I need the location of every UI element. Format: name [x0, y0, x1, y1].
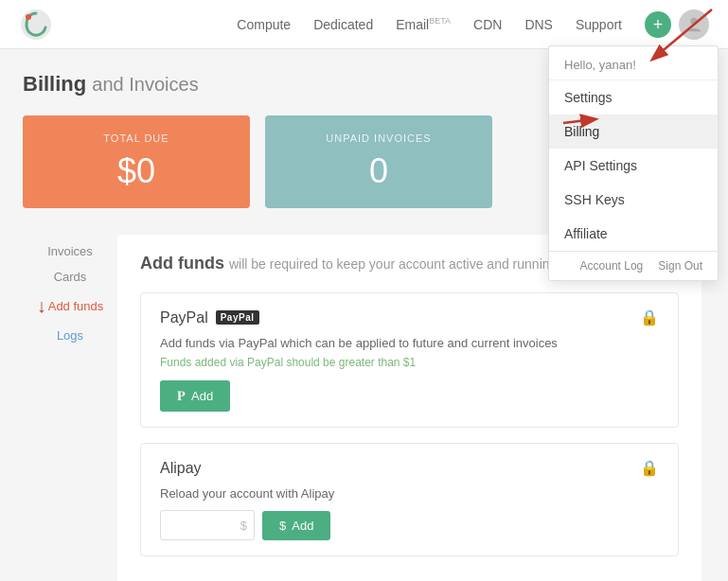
- svg-point-1: [26, 14, 31, 20]
- alipay-payment-block: Alipay 🔒 Reload your account with Alipay…: [140, 443, 679, 556]
- paypal-lock-icon: 🔒: [640, 308, 659, 326]
- nav-dns[interactable]: DNS: [524, 17, 553, 32]
- paypal-payment-block: PayPal PayPal 🔒 Add funds via PayPal whi…: [140, 292, 679, 428]
- total-due-card: TOTAL DUE $0: [23, 115, 250, 208]
- paypal-name: PayPal PayPal: [160, 309, 259, 326]
- sidebar: Invoices Cards ↓ Add funds Logs: [23, 235, 117, 581]
- main-panel: Add funds will be required to keep your …: [117, 235, 701, 581]
- paypal-badge: PayPal: [216, 310, 259, 325]
- alipay-desc: Reload your account with Alipay: [160, 486, 659, 501]
- svg-point-2: [690, 17, 697, 24]
- total-due-label: TOTAL DUE: [42, 132, 231, 144]
- main-nav: Compute Dedicated EmailBETA CDN DNS Supp…: [237, 16, 622, 32]
- user-dropdown: Hello, yanan! Settings Billing API Setti…: [548, 45, 719, 281]
- total-due-value: $0: [42, 151, 231, 191]
- logo[interactable]: [19, 8, 53, 42]
- add-button[interactable]: +: [645, 11, 671, 38]
- amount-input-wrapper: $: [160, 510, 255, 540]
- dropdown-greeting: Hello, yanan!: [549, 46, 718, 80]
- alipay-lock-icon: 🔒: [640, 459, 659, 477]
- alipay-header: Alipay 🔒: [160, 459, 659, 477]
- paypal-desc: Add funds via PayPal which can be applie…: [160, 336, 659, 350]
- user-icon: [684, 14, 704, 35]
- alipay-btn-icon: $: [279, 519, 286, 533]
- dropdown-api-settings[interactable]: API Settings: [549, 149, 718, 183]
- nav-email[interactable]: EmailBETA: [396, 16, 451, 32]
- nav-compute[interactable]: Compute: [237, 17, 291, 32]
- nav-support[interactable]: Support: [576, 17, 622, 32]
- dropdown-settings[interactable]: Settings: [549, 80, 718, 114]
- nav-dedicated[interactable]: Dedicated: [313, 17, 373, 32]
- amount-input[interactable]: [160, 510, 255, 540]
- header: Compute Dedicated EmailBETA CDN DNS Supp…: [0, 0, 728, 49]
- logo-icon: [19, 8, 53, 42]
- sign-out-link[interactable]: Sign Out: [658, 259, 702, 273]
- alipay-add-button[interactable]: $ Add: [262, 511, 330, 540]
- sidebar-invoices[interactable]: Invoices: [23, 238, 117, 264]
- nav-cdn[interactable]: CDN: [473, 17, 502, 32]
- unpaid-invoices-label: UNPAID INVOICES: [284, 132, 473, 144]
- account-log-link[interactable]: Account Log: [580, 259, 644, 273]
- header-actions: +: [645, 9, 709, 40]
- dropdown-affiliate[interactable]: Affiliate: [549, 217, 718, 251]
- alipay-name: Alipay: [160, 460, 202, 477]
- paypal-add-button[interactable]: 𝐏 Add: [160, 380, 230, 412]
- dropdown-ssh-keys[interactable]: SSH Keys: [549, 183, 718, 217]
- avatar-button[interactable]: [679, 9, 709, 40]
- dropdown-billing[interactable]: Billing: [549, 114, 718, 149]
- dropdown-footer: Account Log Sign Out: [549, 251, 718, 280]
- sidebar-cards[interactable]: Cards: [23, 264, 117, 290]
- paypal-header: PayPal PayPal 🔒: [160, 308, 659, 326]
- sidebar-logs[interactable]: Logs: [23, 323, 117, 348]
- sidebar-add-funds[interactable]: ↓ Add funds: [23, 290, 117, 323]
- unpaid-invoices-value: 0: [284, 151, 473, 191]
- alipay-input-row: $ $ Add: [160, 510, 659, 540]
- unpaid-invoices-card: UNPAID INVOICES 0: [265, 115, 492, 208]
- sidebar-arrow-icon: ↓: [37, 295, 46, 317]
- paypal-btn-icon: 𝐏: [177, 388, 186, 404]
- paypal-note: Funds added via PayPal should be greater…: [160, 356, 659, 369]
